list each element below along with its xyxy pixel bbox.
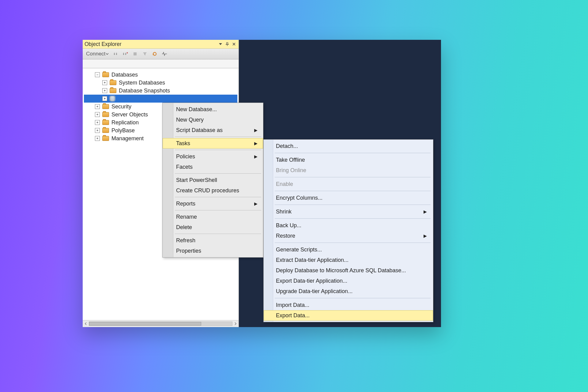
task-bring-online: Bring Online	[264, 165, 433, 175]
tree-label: Server Objects	[111, 111, 148, 118]
menu-separator	[175, 234, 261, 234]
task-take-offline[interactable]: Take Offline	[264, 155, 433, 165]
disconnect-all-icon[interactable]	[121, 50, 129, 58]
menu-separator	[275, 191, 431, 191]
expand-icon[interactable]: +	[102, 96, 107, 101]
menu-reports[interactable]: Reports▶	[163, 198, 263, 209]
chevron-right-icon: ▶	[254, 154, 258, 159]
expand-icon[interactable]: +	[95, 136, 100, 141]
menu-new-database[interactable]: New Database...	[163, 104, 263, 115]
menu-separator	[275, 298, 431, 298]
task-enable: Enable	[264, 179, 433, 189]
menu-new-query[interactable]: New Query	[163, 115, 263, 125]
tree-label: Databases	[111, 72, 138, 78]
close-icon[interactable]	[231, 41, 237, 47]
connect-label: Connect	[86, 51, 105, 57]
stop-icon[interactable]	[131, 50, 139, 58]
task-generate-scripts[interactable]: Generate Scripts...	[264, 244, 433, 255]
svg-rect-0	[134, 52, 137, 55]
folder-icon	[110, 80, 116, 85]
disconnect-icon[interactable]	[111, 50, 119, 58]
panel-toolbar: Connect	[83, 49, 239, 59]
menu-separator	[175, 150, 261, 150]
panel-options-icon[interactable]	[218, 41, 223, 47]
folder-icon	[102, 72, 109, 77]
pin-icon[interactable]	[224, 41, 230, 47]
menu-separator	[275, 243, 431, 243]
menu-tasks[interactable]: Tasks▶	[163, 138, 263, 149]
task-import-data[interactable]: Import Data...	[264, 300, 433, 310]
task-back-up[interactable]: Back Up...	[264, 220, 433, 231]
panel-titlebar: Object Explorer	[83, 40, 239, 49]
folder-icon	[102, 112, 109, 117]
expand-icon[interactable]: +	[95, 128, 100, 133]
task-upgrade-data-tier[interactable]: Upgrade Data-tier Application...	[264, 286, 433, 296]
tree-node-database-snapshots[interactable]: + Database Snapshots	[84, 87, 237, 95]
task-shrink[interactable]: Shrink▶	[264, 206, 433, 217]
tree-label: Management	[111, 135, 144, 142]
refresh-icon[interactable]	[151, 50, 159, 58]
menu-separator	[275, 218, 431, 219]
expand-icon[interactable]: +	[102, 80, 107, 85]
task-encrypt-columns[interactable]: Encrypt Columns...	[264, 193, 433, 203]
scroll-track[interactable]	[89, 322, 232, 326]
tree-label: System Databases	[119, 80, 165, 86]
horizontal-scrollbar[interactable]	[83, 320, 239, 327]
tree-label: PolyBase	[111, 127, 135, 134]
folder-icon	[102, 120, 109, 125]
menu-rename[interactable]: Rename	[163, 212, 263, 222]
expand-icon[interactable]: +	[95, 104, 100, 109]
chevron-right-icon: ▶	[424, 233, 427, 238]
folder-icon	[102, 128, 109, 133]
tasks-submenu: Detach... Take Offline Bring Online Enab…	[263, 139, 433, 322]
scroll-thumb[interactable]	[89, 322, 201, 326]
panel-filterbar	[83, 59, 239, 68]
menu-separator	[275, 205, 431, 205]
task-export-data-tier[interactable]: Export Data-tier Application...	[264, 276, 433, 286]
task-restore[interactable]: Restore▶	[264, 231, 433, 241]
folder-icon	[110, 88, 116, 93]
menu-start-powershell[interactable]: Start PowerShell	[163, 175, 263, 185]
folder-icon	[102, 136, 109, 141]
menu-properties[interactable]: Properties	[163, 246, 263, 256]
tree-node-databases[interactable]: − Databases	[84, 71, 237, 79]
menu-create-crud[interactable]: Create CRUD procedures	[163, 185, 263, 196]
database-icon	[110, 96, 115, 101]
menu-separator	[175, 173, 261, 174]
chevron-right-icon: ▶	[424, 209, 427, 214]
task-deploy-azure[interactable]: Deploy Database to Microsoft Azure SQL D…	[264, 265, 433, 276]
scroll-right-icon[interactable]	[232, 320, 239, 327]
task-extract-data-tier[interactable]: Extract Data-tier Application...	[264, 255, 433, 265]
tree-label: Security	[111, 104, 131, 110]
panel-title: Object Explorer	[85, 40, 122, 48]
menu-script-database-as[interactable]: Script Database as▶	[163, 125, 263, 135]
task-detach[interactable]: Detach...	[264, 141, 433, 151]
tree-label: Database Snapshots	[119, 88, 170, 94]
expand-icon[interactable]: +	[95, 120, 100, 125]
filter-icon[interactable]	[141, 50, 149, 58]
menu-separator	[175, 137, 261, 137]
chevron-down-icon	[106, 53, 108, 55]
scroll-left-icon[interactable]	[83, 320, 89, 327]
tree-node-system-databases[interactable]: + System Databases	[84, 79, 237, 87]
menu-refresh[interactable]: Refresh	[163, 235, 263, 246]
menu-facets[interactable]: Facets	[163, 162, 263, 172]
connect-button[interactable]: Connect	[85, 50, 110, 58]
expand-icon[interactable]: +	[95, 112, 100, 117]
chevron-right-icon: ▶	[254, 141, 258, 146]
expand-icon[interactable]: +	[102, 88, 107, 93]
collapse-icon[interactable]: −	[95, 72, 100, 77]
menu-separator	[275, 153, 431, 153]
chevron-right-icon: ▶	[254, 128, 258, 133]
database-context-menu: New Database... New Query Script Databas…	[162, 103, 263, 258]
tree-node-selected-database[interactable]: +	[84, 95, 237, 103]
menu-delete[interactable]: Delete	[163, 222, 263, 232]
menu-separator	[275, 177, 431, 177]
menu-policies[interactable]: Policies▶	[163, 151, 263, 162]
chevron-right-icon: ▶	[254, 201, 258, 206]
activity-icon[interactable]	[160, 50, 168, 58]
task-export-data[interactable]: Export Data...	[264, 310, 433, 321]
menu-separator	[175, 210, 261, 210]
menu-separator	[175, 197, 261, 197]
folder-icon	[102, 104, 109, 109]
